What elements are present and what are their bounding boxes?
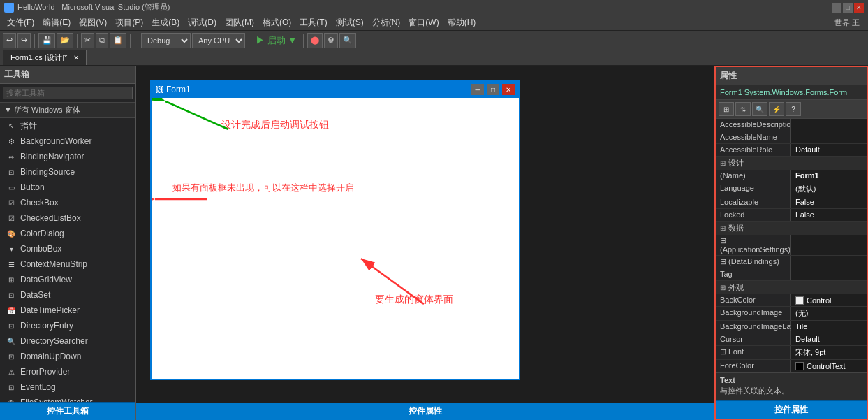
toolbox-item-icon: ↖	[6, 120, 17, 131]
toolbox-item-icon: ▭	[6, 182, 17, 193]
svg-line-8	[165, 101, 228, 129]
form-title-label: Form1	[166, 85, 471, 94]
tb-save[interactable]: 💾	[38, 33, 55, 48]
close-btn[interactable]: ✕	[854, 3, 864, 13]
form-maximize-btn[interactable]: □	[487, 84, 499, 95]
menu-window[interactable]: 窗口(W)	[404, 15, 443, 30]
minimize-btn[interactable]: ─	[832, 3, 841, 13]
tb-paste[interactable]: 📋	[110, 33, 126, 48]
menu-analyze[interactable]: 分析(N)	[368, 15, 405, 30]
toolbox-item-bindingsource[interactable]: ⊡BindingSource	[0, 164, 135, 180]
toolbar: ↩ ↪ 💾 📂 ✂ ⧉ 📋 Debug Release Any CPU x86 …	[0, 31, 868, 50]
toolbox-item-eventlog[interactable]: ⊡EventLog	[0, 379, 135, 395]
toolbox-item-label: ErrorProvider	[20, 367, 70, 377]
props-filter[interactable]: 🔍	[752, 102, 767, 116]
props-section-design[interactable]: 设计	[716, 157, 867, 170]
toolbox-item-指针[interactable]: ↖指针	[0, 118, 135, 133]
form-close-btn[interactable]: ✕	[502, 84, 515, 95]
form-minimize-btn[interactable]: ─	[471, 84, 484, 95]
toolbox-section-all-windows-forms[interactable]: ▼ 所有 Windows 窗体	[0, 103, 135, 118]
properties-object-name: Form1 System.Windows.Forms.Form	[716, 85, 867, 100]
menu-bar: 文件(F) 编辑(E) 视图(V) 项目(P) 生成(B) 调试(D) 团队(M…	[0, 15, 868, 31]
toolbox-item-combobox[interactable]: ▾ComboBox	[0, 241, 135, 256]
tb-misc1[interactable]: ⚙	[324, 33, 338, 48]
toolbox-item-contextmenustrip[interactable]: ☰ContextMenuStrip	[0, 256, 135, 272]
toolbox-item-icon: ▾	[6, 243, 17, 254]
toolbox-item-icon: 📅	[6, 305, 17, 316]
toolbox-item-icon: 🎨	[6, 228, 17, 239]
prop-row-tag: Tag	[716, 268, 867, 281]
maximize-btn[interactable]: □	[843, 3, 853, 13]
toolbox-item-checkedlistbox[interactable]: ☑CheckedListBox	[0, 210, 135, 226]
tb-copy[interactable]: ⧉	[96, 33, 108, 48]
toolbox-item-bindingnavigator[interactable]: ⇔BindingNavigator	[0, 149, 135, 164]
toolbox-item-icon: ⊡	[6, 351, 17, 362]
main-layout: 工具箱 ▼ 所有 Windows 窗体 ↖指针⚙BackgroundWorker…	[0, 66, 868, 420]
menu-help[interactable]: 帮助(H)	[443, 15, 480, 30]
toolbox-item-errorprovider[interactable]: ⚠ErrorProvider	[0, 364, 135, 379]
toolbox-items-list: ↖指针⚙BackgroundWorker⇔BindingNavigator⊡Bi…	[0, 118, 135, 402]
toolbox-item-dataset[interactable]: ⊡DataSet	[0, 287, 135, 303]
menu-edit[interactable]: 编辑(E)	[38, 15, 75, 30]
prop-row-accessible-role: AccessibleRole Default	[716, 144, 867, 157]
tab-form1-designer[interactable]: Form1.cs [设计]* ✕	[3, 50, 87, 65]
toolbox-item-icon: ⊞	[6, 274, 17, 285]
toolbox-item-icon: ⇔	[6, 151, 17, 162]
toolbox-item-icon: 👁	[6, 397, 17, 402]
design-canvas[interactable]: 🖼 Form1 ─ □ ✕ 设计完成后启动调试按钮 如果有面板框未出现，可以在这…	[136, 66, 714, 420]
form-designer-window[interactable]: 🖼 Form1 ─ □ ✕ 设计完成后启动调试按钮 如果有面板框未出现，可以在这…	[150, 80, 520, 380]
start-debug-button[interactable]: ▶ 启动 ▼	[253, 34, 300, 47]
toolbox-search-input[interactable]	[3, 87, 133, 99]
tb-breakpoint[interactable]: ⬤	[307, 33, 323, 48]
cpu-select[interactable]: Any CPU x86 x64	[192, 33, 245, 48]
props-desc-text: 与控件关联的文本。	[720, 386, 862, 396]
menu-team[interactable]: 团队(M)	[221, 15, 258, 30]
toolbox-item-label: BindingSource	[20, 167, 75, 177]
toolbox-item-directoryentry[interactable]: ⊡DirectoryEntry	[0, 318, 135, 333]
toolbox-item-datagridview[interactable]: ⊞DataGridView	[0, 272, 135, 287]
menu-build[interactable]: 生成(B)	[147, 15, 184, 30]
form-title-bar: 🖼 Form1 ─ □ ✕	[152, 81, 519, 98]
props-sort-category[interactable]: ⊞	[719, 102, 734, 116]
menu-file[interactable]: 文件(F)	[3, 15, 38, 30]
toolbox-item-label: ContextMenuStrip	[20, 259, 87, 269]
props-section-appearance[interactable]: 外观	[716, 281, 867, 294]
tb-undo[interactable]: ↩	[3, 33, 16, 48]
toolbox-item-icon: ☑	[6, 197, 17, 208]
props-section-data[interactable]: 数据	[716, 222, 867, 235]
toolbox-item-icon: ⚠	[6, 366, 17, 377]
toolbox-item-colordialog[interactable]: 🎨ColorDialog	[0, 226, 135, 241]
menu-debug[interactable]: 调试(D)	[184, 15, 221, 30]
menu-project[interactable]: 项目(P)	[111, 15, 147, 30]
tb-open[interactable]: 📂	[57, 33, 73, 48]
toolbox-item-directorysearcher[interactable]: 🔍DirectorySearcher	[0, 333, 135, 349]
center-area: 🖼 Form1 ─ □ ✕ 设计完成后启动调试按钮 如果有面板框未出现，可以在这…	[136, 66, 714, 420]
props-help[interactable]: ?	[786, 102, 801, 116]
toolbox-item-label: CheckedListBox	[20, 213, 81, 223]
tab-close-icon[interactable]: ✕	[73, 54, 79, 61]
app-icon	[4, 3, 14, 13]
menu-format[interactable]: 格式(O)	[258, 15, 295, 30]
toolbox-item-label: ColorDialog	[20, 229, 64, 238]
form-content-area[interactable]: 设计完成后启动调试按钮 如果有面板框未出现，可以在这栏中选择开启 要生成的窗体界…	[152, 98, 519, 379]
menu-view[interactable]: 视图(V)	[75, 15, 111, 30]
props-sort-alpha[interactable]: ⇅	[735, 102, 751, 116]
toolbox-item-label: DataGridView	[20, 275, 72, 284]
tb-redo[interactable]: ↪	[17, 33, 31, 48]
props-events[interactable]: ⚡	[769, 102, 784, 116]
properties-description: Text 与控件关联的文本。	[716, 372, 867, 400]
toolbox-item-filesystemwatcher[interactable]: 👁FileSystemWatcher	[0, 395, 135, 402]
toolbox-item-datetimepicker[interactable]: 📅DateTimePicker	[0, 303, 135, 318]
toolbox-item-button[interactable]: ▭Button	[0, 180, 135, 195]
toolbox-item-icon: ☰	[6, 259, 17, 270]
toolbox-item-domainupdown[interactable]: ⊡DomainUpDown	[0, 349, 135, 364]
toolbox-item-checkbox[interactable]: ☑CheckBox	[0, 195, 135, 210]
debug-config-select[interactable]: Debug Release	[141, 33, 191, 48]
toolbox-item-backgroundworker[interactable]: ⚙BackgroundWorker	[0, 133, 135, 149]
prop-row-locked: Locked False	[716, 209, 867, 222]
tb-misc2[interactable]: 🔍	[339, 33, 356, 48]
menu-test[interactable]: 测试(S)	[332, 15, 368, 30]
tb-cut[interactable]: ✂	[81, 33, 94, 48]
menu-tools[interactable]: 工具(T)	[295, 15, 331, 30]
tb-sep1	[34, 34, 35, 48]
